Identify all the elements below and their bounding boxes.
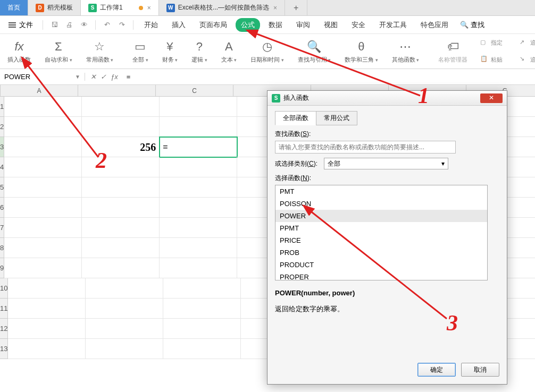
- menu-insert[interactable]: 插入: [166, 18, 191, 32]
- cell[interactable]: [160, 97, 237, 117]
- cell[interactable]: [4, 258, 82, 278]
- tab-add[interactable]: +: [285, 0, 307, 15]
- ribbon-define-name[interactable]: ▢指定: [480, 36, 503, 50]
- ribbon-mathtrig[interactable]: θ 数学和三角: [340, 36, 382, 66]
- ribbon-insert-function[interactable]: fx 插入函数: [3, 36, 35, 66]
- ribbon-datetime[interactable]: ◷ 日期和时间: [246, 36, 288, 66]
- fx-icon[interactable]: ƒx: [111, 73, 118, 81]
- ribbon-name-manager[interactable]: 🏷 名称管理器: [434, 36, 472, 66]
- row-header[interactable]: 3: [0, 137, 4, 157]
- function-list[interactable]: PMTPOISSONPOWERPPMTPRICEPROBPRODUCTPROPE…: [275, 185, 488, 280]
- cell[interactable]: [8, 339, 86, 359]
- row-header[interactable]: 7: [0, 218, 4, 238]
- row-header[interactable]: 10: [0, 278, 8, 299]
- ribbon-autosum[interactable]: Σ 自动求和: [40, 36, 77, 66]
- cell[interactable]: [163, 319, 241, 339]
- redo-icon[interactable]: ↷: [116, 19, 128, 31]
- menu-special[interactable]: 特色应用: [415, 18, 454, 32]
- col-header[interactable]: C: [156, 85, 233, 96]
- cell[interactable]: [4, 218, 82, 238]
- menu-dev-tools[interactable]: 开发工具: [374, 18, 412, 32]
- cancel-formula-icon[interactable]: ✕: [90, 73, 96, 81]
- function-list-item[interactable]: PROB: [275, 246, 487, 259]
- category-select[interactable]: 全部 ▾: [324, 158, 448, 169]
- cell[interactable]: [4, 137, 82, 157]
- menu-view[interactable]: 视图: [319, 18, 343, 32]
- tab-home[interactable]: 首页: [0, 0, 28, 15]
- cell[interactable]: 256: [82, 137, 160, 157]
- tab-close-icon[interactable]: ×: [147, 4, 151, 12]
- cell[interactable]: [86, 319, 163, 339]
- function-list-item[interactable]: POWER: [275, 210, 487, 222]
- chevron-down-icon[interactable]: ▼: [75, 74, 80, 80]
- function-list-item[interactable]: PPMT: [275, 222, 487, 234]
- cell[interactable]: [82, 117, 160, 137]
- cell[interactable]: [86, 299, 163, 319]
- name-box[interactable]: POWER ▼: [0, 73, 85, 81]
- ribbon-text[interactable]: A 文本: [217, 36, 241, 66]
- cell[interactable]: [82, 238, 160, 258]
- ribbon-paste-name[interactable]: 📋粘贴: [480, 53, 503, 67]
- row-header[interactable]: 5: [0, 177, 4, 198]
- cell[interactable]: [160, 177, 237, 198]
- cell[interactable]: [82, 258, 160, 278]
- cancel-button[interactable]: 取消: [461, 363, 499, 377]
- ribbon-lookup[interactable]: 🔍 查找与引用: [294, 36, 336, 66]
- ribbon-finance[interactable]: ¥ 财务: [158, 36, 182, 66]
- menu-review[interactable]: 审阅: [291, 18, 315, 32]
- ribbon-trace-dependents[interactable]: ↘追踪从属单元格: [520, 53, 535, 67]
- cell[interactable]: [4, 238, 82, 258]
- function-list-item[interactable]: PMT: [275, 185, 487, 198]
- cell[interactable]: [160, 157, 237, 177]
- cell[interactable]: [4, 157, 82, 177]
- undo-icon[interactable]: ↶: [101, 19, 113, 31]
- tab-docer[interactable]: D 稻壳模板: [28, 0, 81, 15]
- cell[interactable]: [163, 278, 241, 299]
- cell[interactable]: =: [160, 137, 237, 157]
- dialog-tab-common[interactable]: 常用公式: [316, 111, 357, 125]
- cell[interactable]: [160, 238, 237, 258]
- preview-icon[interactable]: 👁: [78, 19, 90, 31]
- ribbon-logic[interactable]: ? 逻辑: [187, 36, 212, 66]
- row-header[interactable]: 9: [0, 258, 4, 278]
- col-header[interactable]: [78, 85, 156, 96]
- cell[interactable]: [8, 299, 86, 319]
- cell[interactable]: [86, 339, 163, 359]
- row-header[interactable]: 4: [0, 157, 4, 177]
- row-header[interactable]: 12: [0, 319, 8, 339]
- menu-data[interactable]: 数据: [263, 18, 288, 32]
- cell[interactable]: [82, 218, 160, 238]
- ok-button[interactable]: 确定: [417, 363, 456, 377]
- function-list-item[interactable]: POISSON: [275, 198, 487, 210]
- row-header[interactable]: 11: [0, 299, 8, 319]
- menu-formula[interactable]: 公式: [236, 18, 260, 32]
- cell[interactable]: [160, 218, 237, 238]
- function-list-item[interactable]: PROPER: [275, 271, 487, 280]
- cell[interactable]: [86, 278, 163, 299]
- save-icon[interactable]: 🖫: [48, 19, 60, 31]
- cell[interactable]: [8, 319, 86, 339]
- ribbon-common-fn[interactable]: ☆ 常用函数: [82, 36, 118, 66]
- cell[interactable]: [160, 258, 237, 278]
- tab-excel-tips[interactable]: W Excel表格技...—如何按颜色筛选 ×: [159, 0, 285, 15]
- row-header[interactable]: 8: [0, 238, 4, 258]
- tab-workbook[interactable]: S 工作簿1 ×: [81, 0, 159, 15]
- menu-start[interactable]: 开始: [139, 18, 163, 32]
- row-header[interactable]: 2: [0, 117, 4, 137]
- accept-formula-icon[interactable]: ✓: [101, 73, 106, 81]
- cell[interactable]: [82, 198, 160, 218]
- function-list-item[interactable]: PRICE: [275, 234, 487, 246]
- cell[interactable]: [4, 97, 82, 117]
- ribbon-trace-precedents[interactable]: ↗追踪引用单元格: [520, 36, 535, 50]
- menu-page-layout[interactable]: 页面布局: [194, 18, 232, 32]
- dialog-tab-all[interactable]: 全部函数: [275, 111, 316, 125]
- ribbon-other-fn[interactable]: ⋯ 其他函数: [388, 36, 424, 66]
- tab-close-icon[interactable]: ×: [273, 4, 277, 12]
- menu-safety[interactable]: 安全: [346, 18, 371, 32]
- ribbon-all[interactable]: ▭ 全部: [128, 36, 153, 66]
- file-menu[interactable]: 文件: [4, 20, 37, 30]
- cell[interactable]: [160, 198, 237, 218]
- row-header[interactable]: 13: [0, 339, 8, 359]
- formula-input[interactable]: =: [123, 73, 535, 81]
- col-header[interactable]: A: [1, 85, 78, 96]
